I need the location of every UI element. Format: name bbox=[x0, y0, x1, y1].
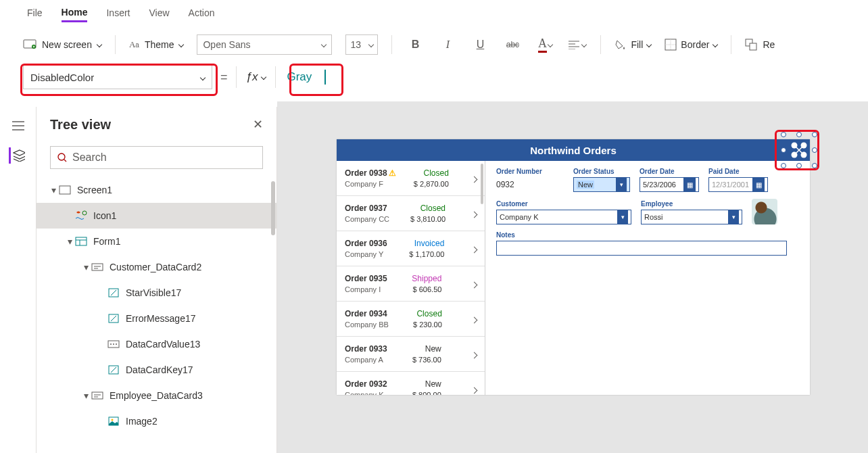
tree-item-screen1[interactable]: ▾ Screen1 bbox=[37, 177, 276, 203]
tree-item-datacardvalue[interactable]: DataCardValue13 bbox=[37, 331, 276, 357]
svg-point-14 bbox=[113, 343, 114, 345]
tree-search-input[interactable]: Search bbox=[50, 146, 263, 169]
border-button[interactable]: Border bbox=[665, 39, 717, 51]
order-number: Order 0937 bbox=[345, 204, 389, 213]
fill-button[interactable]: Fill bbox=[614, 39, 651, 51]
order-row[interactable]: Order 0938⚠Company FClosed$ 2,870.00 bbox=[337, 161, 485, 196]
customer-dropdown[interactable]: Company K ▾ bbox=[496, 210, 631, 224]
order-gallery[interactable]: Order 0938⚠Company FClosed$ 2,870.00Orde… bbox=[337, 161, 485, 395]
company-name: Company K bbox=[345, 391, 387, 395]
order-row[interactable]: Order 0936Company YInvoiced$ 1,170.00 bbox=[337, 231, 485, 266]
italic-button[interactable]: I bbox=[438, 35, 457, 54]
divider bbox=[115, 35, 116, 54]
tree-item-starvisible[interactable]: StarVisible17 bbox=[37, 280, 276, 306]
font-size-select[interactable]: 13 bbox=[345, 34, 378, 55]
align-button[interactable] bbox=[568, 35, 587, 54]
tree-item-datacardkey[interactable]: DataCardKey17 bbox=[37, 357, 276, 383]
field-label: Order Number bbox=[496, 168, 564, 175]
screen-icon bbox=[23, 39, 37, 50]
fill-icon bbox=[614, 39, 627, 51]
order-row[interactable]: Order 0937Company CCClosed$ 3,810.00 bbox=[337, 196, 485, 231]
tree-item-label: Image2 bbox=[126, 416, 158, 427]
chevron-right-icon bbox=[472, 314, 477, 325]
bold-button[interactable]: B bbox=[406, 35, 425, 54]
form-icon bbox=[74, 236, 88, 247]
order-amount: $ 1,170.00 bbox=[409, 250, 444, 258]
order-amount: $ 3,810.00 bbox=[410, 215, 445, 223]
font-color-button[interactable]: A bbox=[535, 35, 554, 54]
order-row[interactable]: Order 0932Company KNew$ 800.00 bbox=[337, 372, 485, 395]
hamburger-button[interactable] bbox=[10, 118, 26, 134]
order-row[interactable]: Order 0934Company BBClosed$ 230.00 bbox=[337, 302, 485, 337]
search-icon bbox=[57, 153, 67, 162]
tree-item-label: StarVisible17 bbox=[126, 287, 181, 298]
order-amount: $ 606.50 bbox=[412, 285, 441, 293]
text-icon bbox=[107, 287, 120, 298]
tree-item-form1[interactable]: ▾ Form1 bbox=[37, 229, 276, 254]
menu-file[interactable]: File bbox=[27, 7, 43, 21]
order-status-dropdown[interactable]: New ▾ bbox=[573, 177, 630, 192]
svg-rect-17 bbox=[92, 392, 103, 399]
reorder-button[interactable]: Re bbox=[745, 39, 775, 51]
underline-button[interactable]: U bbox=[471, 35, 489, 54]
menu-home[interactable]: Home bbox=[62, 7, 88, 22]
menu-insert[interactable]: Insert bbox=[106, 7, 130, 21]
fx-selector[interactable]: ƒx bbox=[236, 66, 276, 88]
theme-button[interactable]: Aa Theme bbox=[129, 39, 184, 50]
tree-item-label: DataCardKey17 bbox=[126, 364, 193, 375]
scrollbar-thumb[interactable] bbox=[481, 164, 483, 204]
close-button[interactable]: ✕ bbox=[253, 117, 263, 132]
equals-sign: = bbox=[220, 70, 228, 85]
tree-item-icon1[interactable]: Icon1 bbox=[37, 203, 276, 229]
menu-action[interactable]: Action bbox=[189, 7, 215, 21]
canvas[interactable]: Northwind Orders Order 0938⚠Company bbox=[277, 101, 868, 453]
dropdown-value: Rossi bbox=[644, 213, 663, 221]
company-name: Company A bbox=[345, 356, 387, 364]
warning-icon: ⚠ bbox=[389, 168, 396, 178]
menubar: File Home Insert View Action bbox=[0, 0, 868, 28]
tree-item-label: Customer_DataCard2 bbox=[110, 262, 201, 272]
calendar-icon: ▦ bbox=[752, 178, 765, 191]
svg-rect-4 bbox=[750, 43, 756, 50]
svg-point-15 bbox=[116, 343, 117, 345]
tree-item-customer-datacard[interactable]: ▾ Customer_DataCard2 bbox=[37, 254, 276, 280]
chevron-down-icon bbox=[647, 39, 651, 50]
chevron-down-icon bbox=[582, 39, 586, 51]
order-status: New bbox=[412, 379, 441, 389]
ribbon: New screen Aa Theme Open Sans 13 B I U a… bbox=[0, 28, 868, 61]
tree-item-errormessage[interactable]: ErrorMessage17 bbox=[37, 306, 276, 331]
chevron-right-icon bbox=[472, 243, 477, 254]
tree-view-button[interactable] bbox=[9, 147, 25, 164]
strike-button[interactable]: abc bbox=[503, 35, 522, 54]
svg-rect-9 bbox=[92, 264, 103, 270]
notes-input[interactable] bbox=[496, 241, 787, 256]
chevron-right-icon bbox=[472, 208, 477, 219]
order-row[interactable]: Order 0935Company IShipped$ 606.50 bbox=[337, 266, 485, 302]
chevron-down-icon bbox=[201, 72, 205, 83]
align-icon bbox=[569, 40, 579, 49]
image-icon bbox=[107, 416, 120, 427]
tree-body: ▾ Screen1 Icon1 ▾ Form1 ▾ Customer_DataC… bbox=[37, 177, 276, 453]
scrollbar-thumb[interactable] bbox=[271, 181, 275, 235]
formula-input[interactable] bbox=[284, 70, 324, 84]
paid-date-picker[interactable]: 12/31/2001 ▦ bbox=[708, 177, 768, 192]
tree-item-label: Icon1 bbox=[93, 210, 116, 221]
new-screen-button[interactable]: New screen bbox=[23, 39, 101, 50]
tree-item-image2[interactable]: Image2 bbox=[37, 408, 276, 434]
font-select[interactable]: Open Sans bbox=[197, 34, 332, 55]
chevron-right-icon bbox=[472, 384, 477, 395]
text-caret bbox=[324, 70, 326, 85]
property-select[interactable]: DisabledColor bbox=[23, 65, 212, 89]
order-date-picker[interactable]: 5/23/2006 ▦ bbox=[640, 177, 699, 192]
chevron-down-icon bbox=[322, 39, 326, 50]
company-name: Company BB bbox=[345, 320, 389, 329]
field-label: Paid Date bbox=[708, 168, 768, 175]
order-row[interactable]: Order 0933Company ANew$ 736.00 bbox=[337, 337, 485, 372]
chevron-down-icon bbox=[97, 39, 101, 50]
tree-item-label: DataCardValue13 bbox=[126, 339, 200, 350]
menu-view[interactable]: View bbox=[149, 7, 169, 21]
divider bbox=[600, 35, 601, 54]
tree-item-employee-datacard[interactable]: ▾ Employee_DataCard3 bbox=[37, 383, 276, 408]
employee-dropdown[interactable]: Rossi ▾ bbox=[641, 210, 742, 224]
order-number: Order 0932 bbox=[345, 379, 387, 389]
